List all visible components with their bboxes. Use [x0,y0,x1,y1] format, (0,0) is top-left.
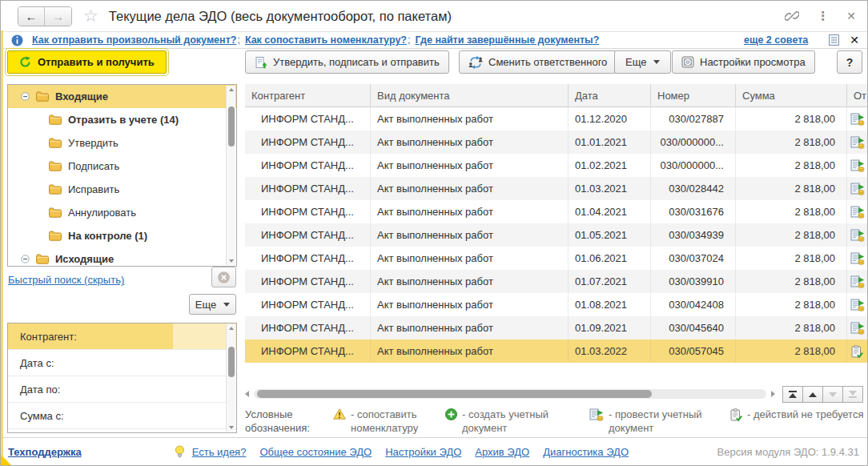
hscroll-thumb[interactable] [257,390,652,398]
column-header-3[interactable]: Дата [569,84,651,106]
table-nav-buttons [783,386,863,403]
tree-item[interactable]: На контроле (1) [8,224,236,247]
documents-table: КонтрагентВид документаДатаНомерСуммаОт … [245,84,867,363]
go-up-button[interactable] [802,386,823,403]
cell-counterparty: ИНФОРМ СТАНД... [245,131,371,154]
help-button[interactable]: ? [837,50,862,74]
go-last-button[interactable] [842,386,863,403]
column-header-2[interactable]: Вид документа [371,84,569,106]
view-settings-button[interactable]: Настройки просмотра [672,50,815,74]
filter-scroll-thumb[interactable] [228,347,235,377]
cell-amount: 2 818,00 [736,177,847,200]
table-row[interactable]: ИНФОРМ СТАНД...Акт выполненных работ01.0… [245,154,867,177]
scroll-right-icon[interactable] [771,391,775,397]
go-first-button[interactable] [782,386,803,403]
forward-button[interactable]: → [45,7,71,26]
clear-filter-button[interactable] [211,267,236,287]
table-row[interactable]: ИНФОРМ СТАНД...Акт выполненных работ01.0… [245,247,867,270]
cell-number: 030/027887 [651,107,736,131]
close-tips-icon[interactable]: ✕ [850,34,859,46]
cell-amount: 2 818,00 [736,154,847,177]
send-receive-label: Отправить и получить [38,56,155,68]
cell-doc-type: Акт выполненных работ [371,154,569,177]
tree-item[interactable]: Отразить в учете (14) [8,108,236,131]
hscroll-track[interactable] [254,389,766,399]
back-button[interactable]: ← [18,7,45,26]
scroll-up-icon[interactable] [229,88,234,91]
cell-counterparty: ИНФОРМ СТАНД... [245,247,371,270]
send-receive-button[interactable]: Отправить и получить [7,50,167,74]
tree-item[interactable]: Аннулировать [8,201,236,224]
tree-scroll-thumb[interactable] [228,106,235,147]
tree-item[interactable]: Утвердить [8,131,236,155]
scroll-down-icon[interactable] [229,426,234,429]
approve-sign-send-button[interactable]: Утвердить, подписать и отправить [245,50,449,74]
tree-scrollbar[interactable] [226,86,235,265]
table-row[interactable]: ИНФОРМ СТАНД...Акт выполненных работ01.0… [245,293,867,316]
folder-icon [36,91,49,102]
table-row[interactable]: ИНФОРМ СТАНД...Акт выполненных работ01.0… [245,200,867,223]
tree-item[interactable]: Подписать [8,155,236,178]
footer-link-4[interactable]: Архив ЭДО [475,446,529,458]
scroll-down-icon[interactable] [229,259,234,263]
change-responsible-label: Сменить ответственного [488,56,607,68]
table-body: ИНФОРМ СТАНД...Акт выполненных работ01.1… [245,107,867,363]
table-hscrollbar[interactable] [245,388,775,400]
filter-row[interactable]: Сумма по: [8,429,236,433]
close-window-icon[interactable]: ✕ [846,10,856,22]
table-row[interactable]: ИНФОРМ СТАНД...Акт выполненных работ01.0… [245,131,867,154]
filter-label: Дата с: [8,350,173,376]
footer-link-2[interactable]: Общее состояние ЭДО [259,446,372,458]
filter-row[interactable]: Дата с: [8,350,236,376]
column-header-1[interactable]: Контрагент [245,84,371,106]
footer-link-3[interactable]: Настройки ЭДО [385,446,461,458]
tree-item[interactable]: Исходящие [8,247,236,267]
scroll-left-icon[interactable] [245,391,249,397]
collapse-icon [21,92,30,101]
tips-list-icon[interactable] [828,34,840,46]
table-row[interactable]: ИНФОРМ СТАНД...Акт выполненных работ01.0… [245,316,867,339]
tree-item[interactable]: Исправить [8,178,236,201]
go-down-button[interactable] [822,386,843,403]
approve-sign-send-label: Утвердить, подписать и отправить [273,56,440,68]
scroll-up-icon[interactable] [229,327,234,330]
tree-item[interactable]: Входящие [8,85,236,108]
filter-row[interactable]: Сумма с: [8,403,236,429]
cell-number: 030/031676 [651,200,736,223]
more-menu-icon[interactable]: ⋮ [817,9,829,23]
table-row[interactable]: ИНФОРМ СТАНД...Акт выполненных работ01.1… [245,107,867,131]
footer-link-1[interactable]: Есть идея? [192,446,247,458]
filters-more-button[interactable]: Еще [189,294,236,315]
more-tips-link[interactable]: еще 2 совета [744,34,808,46]
column-header-4[interactable]: Номер [651,84,736,106]
filter-row[interactable]: Дата по: [8,376,236,403]
footer-link-5[interactable]: Диагностика ЭДО [543,446,629,458]
cell-amount: 2 818,00 [736,316,847,339]
support-link[interactable]: Техподдержка [8,446,82,458]
idea-bulb-icon [175,445,185,459]
filter-box: Контрагент:Дата с:Дата по:Сумма с:Сумма … [7,323,237,433]
change-responsible-button[interactable]: Сменить ответственного [459,50,617,74]
column-header-5[interactable]: Сумма [736,84,847,106]
favorite-star-icon[interactable]: ☆ [83,6,98,26]
more-actions-button[interactable]: Еще [614,50,671,74]
tip-link-3[interactable]: Где найти завершённые документы? [415,34,599,46]
cell-date: 01.03.2021 [569,177,651,200]
legend-text: - сопоставить номенклатуру [351,408,440,435]
tip-link-1[interactable]: Как отправить произвольный документ? [32,34,236,46]
filter-row[interactable]: Контрагент: [8,323,236,350]
quick-search-link[interactable]: Быстрый поиск (скрыть) [8,274,124,286]
post-doc-icon [850,322,865,335]
table-row[interactable]: ИНФОРМ СТАНД...Акт выполненных работ01.0… [245,223,867,247]
refresh-icon [19,56,31,68]
filter-scrollbar[interactable] [226,324,235,432]
go-down-icon [829,392,837,397]
column-header-6[interactable]: От [847,84,867,106]
table-row[interactable]: ИНФОРМ СТАНД...Акт выполненных работ01.0… [245,177,867,200]
table-row[interactable]: ИНФОРМ СТАНД...Акт выполненных работ01.0… [245,270,867,293]
table-row[interactable]: ИНФОРМ СТАНД...Акт выполненных работ01.0… [245,339,867,363]
tip-link-2[interactable]: Как сопоставить номенклатуру? [245,34,407,46]
legend-label: Условные обозначения: [245,408,319,435]
go-up-icon [809,392,817,397]
get-link-icon[interactable] [785,9,799,23]
